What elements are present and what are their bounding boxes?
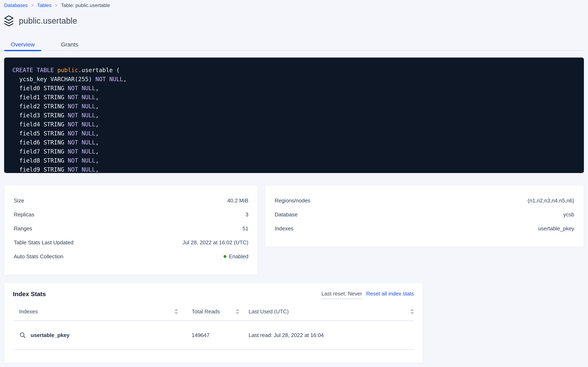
stat-row-size: Size 40.2 MiB bbox=[14, 193, 248, 208]
stat-row-auto-stats: Auto Stats Collection Enabled bbox=[14, 250, 248, 263]
table-details-page: Databases > Tables > Table: public.usert… bbox=[0, 0, 588, 363]
index-stats-table-header: Indexes Total Reads Last Used (UTC) bbox=[13, 302, 414, 321]
search-icon bbox=[19, 332, 26, 339]
stat-label: Table Stats Last Updated bbox=[14, 239, 74, 246]
stat-value: Enabled bbox=[224, 253, 248, 260]
column-header-last-used[interactable]: Last Used (UTC) bbox=[239, 309, 414, 315]
stat-row-indexes: Indexes usertable_pkey bbox=[275, 222, 574, 235]
stat-value: 51 bbox=[242, 225, 248, 232]
detail-panels: Size 40.2 MiB Replicas 3 Ranges 51 Table… bbox=[4, 185, 584, 275]
stat-value: ycsb bbox=[563, 211, 574, 218]
table-stats-panel: Size 40.2 MiB Replicas 3 Ranges 51 Table… bbox=[4, 185, 258, 275]
column-header-total-reads[interactable]: Total Reads bbox=[185, 309, 239, 315]
status-badge: Enabled bbox=[229, 253, 248, 260]
index-stats-title: Index Stats bbox=[13, 291, 46, 298]
stat-row-ranges: Ranges 51 bbox=[14, 222, 248, 235]
create-table-sql-box[interactable]: CREATE TABLE public.usertable ( ycsb_key… bbox=[4, 58, 584, 173]
column-label: Last Used (UTC) bbox=[248, 309, 289, 315]
stat-row-replicas: Replicas 3 bbox=[14, 208, 248, 222]
tab-overview[interactable]: Overview bbox=[4, 39, 41, 50]
layers-icon bbox=[4, 15, 14, 26]
page-title: public.usertable bbox=[19, 16, 77, 25]
tab-bar: Overview Grants bbox=[4, 39, 584, 51]
sql-code: CREATE TABLE public.usertable ( ycsb_key… bbox=[12, 66, 576, 173]
column-label: Total Reads bbox=[192, 309, 220, 315]
sort-arrows-icon[interactable] bbox=[174, 309, 178, 314]
breadcrumb-separator-icon: > bbox=[55, 2, 57, 8]
page-title-row: public.usertable bbox=[4, 15, 584, 26]
stat-row-regions: Regions/nodes (n1,n2,n3,n4,n5,n6) bbox=[275, 193, 574, 208]
total-reads-value: 149647 bbox=[192, 332, 210, 338]
index-name-cell[interactable]: usertable_pkey bbox=[13, 332, 185, 339]
stat-label: Indexes bbox=[275, 225, 293, 232]
last-reset-label: Last reset: Never bbox=[321, 291, 362, 299]
breadcrumb-tables-link[interactable]: Tables bbox=[37, 2, 51, 8]
stat-value: usertable_pkey bbox=[538, 225, 574, 232]
sort-arrows-icon[interactable] bbox=[236, 309, 239, 314]
index-stats-actions: Last reset: Never Reset all index stats bbox=[321, 291, 414, 299]
stat-label: Auto Stats Collection bbox=[14, 253, 63, 260]
breadcrumb-current: Table: public.usertable bbox=[61, 2, 110, 8]
last-used-value: Last read: Jul 28, 2022 at 16:04 bbox=[248, 332, 324, 338]
stat-label: Size bbox=[14, 198, 24, 204]
reset-all-index-stats-link[interactable]: Reset all index stats bbox=[366, 291, 414, 297]
last-used-cell: Last read: Jul 28, 2022 at 16:04 bbox=[239, 332, 414, 338]
breadcrumb-separator-icon: > bbox=[31, 2, 34, 8]
breadcrumb: Databases > Tables > Table: public.usert… bbox=[4, 0, 584, 8]
column-header-indexes[interactable]: Indexes bbox=[13, 309, 185, 315]
stat-label: Database bbox=[275, 211, 298, 218]
stat-label: Replicas bbox=[14, 211, 34, 218]
breadcrumb-databases-link[interactable]: Databases bbox=[4, 2, 28, 8]
stat-value: Jul 28, 2022 at 16:02 (UTC) bbox=[182, 239, 248, 246]
stat-row-stats-updated: Table Stats Last Updated Jul 28, 2022 at… bbox=[14, 235, 248, 250]
total-reads-cell: 149647 bbox=[185, 332, 239, 338]
table-info-panel: Regions/nodes (n1,n2,n3,n4,n5,n6) Databa… bbox=[265, 185, 584, 247]
enabled-status-dot-icon bbox=[224, 255, 226, 258]
stat-value: 3 bbox=[246, 211, 248, 218]
stat-label: Ranges bbox=[14, 225, 32, 232]
index-stats-table-row: usertable_pkey 149647 Last read: Jul 28,… bbox=[13, 321, 414, 350]
tab-grants[interactable]: Grants bbox=[54, 39, 85, 50]
stat-label: Regions/nodes bbox=[275, 198, 310, 204]
sort-arrows-icon[interactable] bbox=[410, 309, 414, 314]
index-name[interactable]: usertable_pkey bbox=[31, 332, 69, 338]
column-label: Indexes bbox=[19, 309, 38, 315]
stat-value: (n1,n2,n3,n4,n5,n6) bbox=[528, 198, 574, 204]
stat-row-database: Database ycsb bbox=[275, 208, 574, 222]
index-stats-header: Index Stats Last reset: Never Reset all … bbox=[13, 283, 414, 302]
stat-value: 40.2 MiB bbox=[227, 198, 248, 204]
index-stats-panel: Index Stats Last reset: Never Reset all … bbox=[4, 283, 423, 363]
